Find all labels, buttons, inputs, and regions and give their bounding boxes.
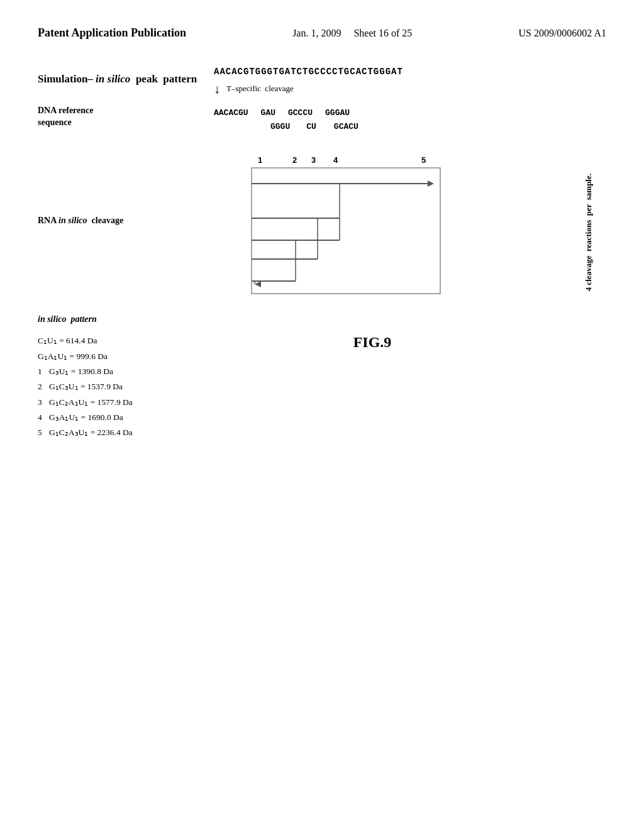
diagram-svg: 1 2 3 4 5 [214,149,528,325]
diagram-area: 1 2 3 4 5 [201,149,606,328]
rna-row-1: AACACGU GAU GCCCU GGGAU [214,106,606,120]
arrow-left-icon [255,281,261,287]
rna-label: RNA in silico cleavage [38,214,201,227]
publication-title: Patent Application Publication [38,26,186,39]
arrow-down-icon: ↓ [214,82,220,96]
cleavage-annotation: ↓ T–specific cleavage [201,82,606,96]
sheet-number: Sheet 16 of 25 [353,28,412,38]
left-column: Simulation– in silico peak pattern DNA r… [38,60,201,441]
number-1: 1 [258,155,262,165]
page-title: Simulation– in silico peak pattern [38,73,201,86]
cleavage-note: 4 cleavage reactions per sample. [584,174,594,291]
number-5: 5 [421,155,426,165]
formula-list: C₁U₁ = 614.4 Da G₁A₁U₁ = 999.6 Da 1 G₃U₁… [38,333,201,440]
number-2: 2 [292,155,297,165]
dna-label: DNA referencesequence [38,104,201,129]
formula-item: G₁A₁U₁ = 999.6 Da [38,349,201,364]
header-right: US 2009/0006002 A1 [518,25,606,42]
number-4: 4 [333,155,338,165]
rna-sequences-block: AACACGU GAU GCCCU GGGAU GGGU CU GCACU [201,106,606,134]
formula-item: 3 G₁C₂A₁U₁ = 1577.9 Da [38,395,201,410]
formula-item: C₁U₁ = 614.4 Da [38,333,201,348]
main-content: Simulation– in silico peak pattern DNA r… [0,42,644,466]
page-header: Patent Application Publication Jan. 1, 2… [0,0,644,42]
formula-item: 2 G₁C₃U₁ = 1537.9 Da [38,379,201,394]
number-3: 3 [311,155,316,165]
dna-sequence: AACACGTGGGTGATCTGCCCCTGCACTGGGAT [201,67,606,77]
patent-number: US 2009/0006002 A1 [518,28,606,38]
formula-item: 5 G₁C₂A₃U₁ = 2236.4 Da [38,425,201,440]
header-title: Patent Application Publication [38,25,186,41]
formula-item: 4 G₃A₁U₁ = 1690.0 Da [38,410,201,425]
publication-date: Jan. 1, 2009 [292,28,341,38]
in-silico-title: in silico pattern [38,314,201,324]
fig-label: FIG.9 [201,334,606,351]
diagram-rect [252,168,440,294]
right-column: AACACGTGGGTGATCTGCCCCTGCACTGGGAT ↓ T–spe… [201,60,606,441]
arrow-head-icon [428,180,434,187]
header-center: Jan. 1, 2009 Sheet 16 of 25 [292,25,412,42]
rna-row-2: GGGU CU GCACU [214,120,606,134]
cleavage-label: T–specific cleavage [226,84,294,94]
formula-item: 1 G₃U₁ = 1390.8 Da [38,364,201,379]
